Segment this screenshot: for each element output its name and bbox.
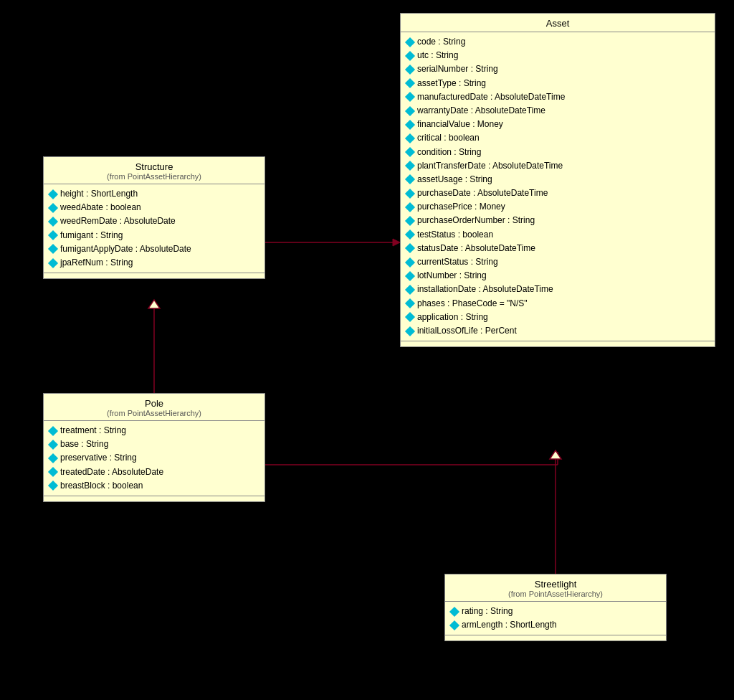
attr-text: statusDate : AbsoluteDateTime xyxy=(417,242,535,255)
attr-row: condition : String xyxy=(406,146,709,159)
svg-marker-3 xyxy=(148,300,160,308)
attr-text: utc : String xyxy=(417,49,458,62)
pole-box: Pole (from PointAssetHierarchy) treatmen… xyxy=(43,393,265,502)
attr-text: serialNumber : String xyxy=(417,62,498,76)
attr-text: breastBlock : boolean xyxy=(60,479,143,493)
attr-row: manufacturedDate : AbsoluteDateTime xyxy=(406,90,709,104)
attr-icon xyxy=(405,285,415,295)
attr-row: rating : String xyxy=(451,605,660,618)
attr-text: installationDate : AbsoluteDateTime xyxy=(417,283,553,296)
attr-icon xyxy=(405,189,415,199)
attr-icon xyxy=(405,133,415,143)
attr-icon xyxy=(449,620,459,630)
attr-icon xyxy=(48,189,58,199)
attr-text: financialValue : Money xyxy=(417,118,503,131)
attr-icon xyxy=(48,481,58,491)
attr-row: treatedDate : AbsoluteDate xyxy=(49,465,259,479)
attr-row: critical : boolean xyxy=(406,131,709,145)
attr-text: armLength : ShortLength xyxy=(462,618,557,632)
attr-text: currentStatus : String xyxy=(417,255,498,269)
attr-text: assetUsage : String xyxy=(417,173,492,186)
attr-icon xyxy=(405,120,415,130)
attr-icon xyxy=(405,78,415,88)
attr-icon xyxy=(405,65,415,75)
attr-row: application : String xyxy=(406,311,709,324)
attr-icon xyxy=(405,243,415,253)
attr-text: fumigantApplyDate : AbsoluteDate xyxy=(60,242,191,256)
attr-row: financialValue : Money xyxy=(406,118,709,131)
attr-icon xyxy=(48,467,58,477)
attr-icon xyxy=(48,244,58,254)
asset-box: Asset code : Stringutc : StringserialNum… xyxy=(400,13,715,347)
attr-row: purchaseOrderNumber : String xyxy=(406,214,709,227)
attr-row: initialLossOfLife : PerCent xyxy=(406,324,709,338)
attr-icon xyxy=(48,203,58,213)
attr-row: base : String xyxy=(49,438,259,451)
attr-row: code : String xyxy=(406,35,709,49)
asset-footer xyxy=(401,341,715,346)
attr-text: code : String xyxy=(417,35,465,49)
streetlight-stereotype: (from PointAssetHierarchy) xyxy=(451,590,660,598)
streetlight-footer xyxy=(445,635,666,640)
attr-icon xyxy=(405,202,415,212)
attr-text: critical : boolean xyxy=(417,131,480,145)
attr-text: initialLossOfLife : PerCent xyxy=(417,324,517,338)
attr-icon xyxy=(405,298,415,308)
attr-icon xyxy=(405,51,415,61)
attr-icon xyxy=(405,216,415,226)
pole-class-name: Pole xyxy=(49,398,259,409)
attr-text: base : String xyxy=(60,438,108,451)
streetlight-box: Streetlight (from PointAssetHierarchy) r… xyxy=(444,574,667,641)
attr-icon xyxy=(48,217,58,227)
attr-row: height : ShortLength xyxy=(49,187,259,201)
attr-row: utc : String xyxy=(406,49,709,62)
attr-text: phases : PhaseCode = "N/S" xyxy=(417,297,528,311)
attr-text: application : String xyxy=(417,311,488,324)
attr-text: purchasePrice : Money xyxy=(417,200,505,214)
attr-icon xyxy=(405,271,415,281)
pole-attrs: treatment : Stringbase : Stringpreservat… xyxy=(44,421,264,496)
attr-row: lotNumber : String xyxy=(406,269,709,283)
attr-icon xyxy=(405,312,415,322)
svg-marker-1 xyxy=(393,239,400,246)
attr-row: weedAbate : boolean xyxy=(49,201,259,214)
attr-text: warrantyDate : AbsoluteDateTime xyxy=(417,104,545,118)
attr-row: assetType : String xyxy=(406,77,709,90)
attr-text: lotNumber : String xyxy=(417,269,487,283)
attr-text: fumigant : String xyxy=(60,229,123,242)
attr-row: fumigantApplyDate : AbsoluteDate xyxy=(49,242,259,256)
attr-row: assetUsage : String xyxy=(406,173,709,186)
attr-text: weedAbate : boolean xyxy=(60,201,141,214)
streetlight-title: Streetlight (from PointAssetHierarchy) xyxy=(445,574,666,602)
attr-row: breastBlock : boolean xyxy=(49,479,259,493)
structure-attrs: height : ShortLengthweedAbate : booleanw… xyxy=(44,184,264,273)
attr-text: jpaRefNum : String xyxy=(60,256,133,270)
svg-marker-7 xyxy=(550,450,561,459)
structure-class-name: Structure xyxy=(49,161,259,172)
attr-text: height : ShortLength xyxy=(60,187,138,201)
attr-row: serialNumber : String xyxy=(406,62,709,76)
attr-icon xyxy=(48,426,58,436)
attr-icon xyxy=(48,230,58,240)
attr-icon xyxy=(449,607,459,617)
structure-footer xyxy=(44,273,264,278)
attr-row: treatment : String xyxy=(49,424,259,438)
attr-row: testStatus : boolean xyxy=(406,228,709,242)
attr-row: jpaRefNum : String xyxy=(49,256,259,270)
structure-stereotype: (from PointAssetHierarchy) xyxy=(49,172,259,181)
attr-text: weedRemDate : AbsoluteDate xyxy=(60,214,176,228)
attr-text: purchaseOrderNumber : String xyxy=(417,214,535,227)
attr-icon xyxy=(405,174,415,184)
attr-icon xyxy=(48,440,58,450)
attr-row: currentStatus : String xyxy=(406,255,709,269)
structure-box: Structure (from PointAssetHierarchy) hei… xyxy=(43,156,265,279)
attr-icon xyxy=(405,147,415,157)
attr-icon xyxy=(405,257,415,268)
attr-icon xyxy=(405,105,415,115)
attr-icon xyxy=(405,230,415,240)
attr-text: treatment : String xyxy=(60,424,126,438)
attr-row: purchaseDate : AbsoluteDateTime xyxy=(406,186,709,200)
attr-icon xyxy=(405,37,415,47)
attr-text: manufacturedDate : AbsoluteDateTime xyxy=(417,90,565,104)
attr-text: plantTransferDate : AbsoluteDateTime xyxy=(417,159,563,173)
